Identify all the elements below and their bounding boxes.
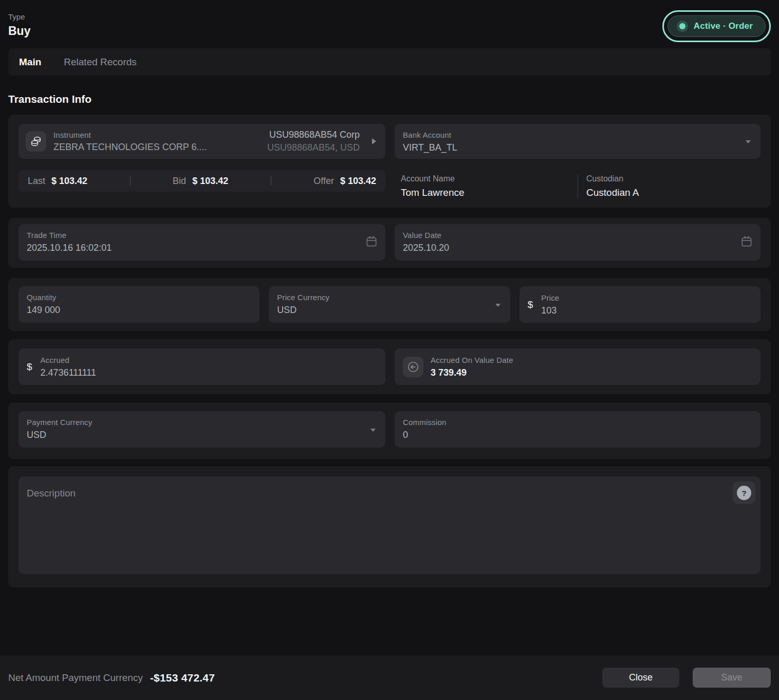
value-date-value: 2025.10.20 [403,243,752,253]
help-button[interactable]: ? [733,482,755,504]
value-date-label: Value Date [403,231,752,240]
footer-bar: Net Amount Payment Currency -$153 472.47… [0,655,779,700]
account-name-block: Account Name Tom Lawrence [395,174,578,198]
type-label: Type [8,12,30,21]
payment-panel: Payment Currency USD Commission 0 [8,402,771,459]
form-content: Instrument ZEBRA TECHNOLOGIES CORP 6....… [8,115,771,587]
status-dot-icon [679,23,685,29]
calendar-icon[interactable] [740,235,753,250]
trade-time-field[interactable]: Trade Time 2025.10.16 16:02:01 [18,224,385,261]
quantity-price-panel: Quantity 149 000 Price Currency USD $ Pr… [8,278,771,331]
calendar-icon[interactable] [365,235,378,250]
quantity-field[interactable]: Quantity 149 000 [18,286,259,323]
payment-currency-value: USD [27,430,377,440]
quote-offer-label: Offer [313,176,334,187]
dates-panel: Trade Time 2025.10.16 16:02:01 Value Dat… [8,218,771,268]
quote-divider [130,176,131,186]
tab-related-records[interactable]: Related Records [64,57,137,68]
caret-down-icon [495,300,501,309]
account-info-row: Account Name Tom Lawrence Custodian Cust… [395,174,761,198]
custodian-value: Custodian A [586,187,761,198]
quantity-label: Quantity [27,293,251,302]
price-field[interactable]: $ Price 103 [520,286,761,323]
bank-account-value: VIRT_BA_TL [403,142,752,153]
trade-time-value: 2025.10.16 16:02:01 [27,243,377,253]
price-currency-select[interactable]: Price Currency USD [269,286,510,323]
order-dialog: Type Buy Active · Order Main Related Rec… [0,0,779,700]
status-badge-pill: Active · Order [667,15,766,37]
net-amount-value: -$153 472.47 [150,672,215,684]
quote-bid-value: $ 103.42 [192,176,228,187]
quote-bid-label: Bid [173,176,186,187]
status-label: Active · Order [694,21,753,31]
price-text: Price 103 [541,293,559,316]
trade-time-label: Trade Time [27,231,377,240]
status-badge[interactable]: Active · Order [662,10,771,42]
accrued-value: 2.4736111111 [41,367,96,378]
account-name-label: Account Name [401,174,578,183]
quote-last-label: Last [28,176,45,187]
bank-account-select[interactable]: Bank Account VIRT_BA_TL [395,124,761,159]
price-label: Price [541,293,559,302]
instrument-code: USU98868AB54 Corp [267,130,360,140]
section-title: Transaction Info [8,93,771,105]
quote-offer-value: $ 103.42 [340,176,376,187]
accrued-label: Accrued [41,356,96,364]
footer-buttons: Close Save [602,668,771,688]
chevron-right-icon[interactable] [372,138,376,144]
save-button[interactable]: Save [693,668,771,688]
accrued-on-value-date-field: Accrued On Value Date 3 739.49 [395,348,761,385]
payment-currency-label: Payment Currency [27,418,377,427]
instrument-code-sub: USU98868AB54, USD [267,142,360,153]
instrument-column: Instrument ZEBRA TECHNOLOGIES CORP 6....… [18,124,385,198]
coins-icon [26,131,46,152]
instrument-panel: Instrument ZEBRA TECHNOLOGIES CORP 6....… [8,115,771,208]
accrued-text: Accrued 2.4736111111 [41,356,96,378]
instrument-text: Instrument ZEBRA TECHNOLOGIES CORP 6.... [53,131,207,153]
payment-currency-select[interactable]: Payment Currency USD [18,411,385,448]
account-name-value: Tom Lawrence [401,187,578,198]
quote-offer: Offer $ 103.42 [313,176,376,187]
quote-last-value: $ 103.42 [51,176,87,187]
accrued-on-value-date-text: Accrued On Value Date 3 739.49 [431,356,513,378]
quote-bid: Bid $ 103.42 [173,176,228,187]
header: Type Buy Active · Order [0,0,779,42]
commission-label: Commission [403,418,752,427]
question-icon: ? [737,486,751,500]
bank-account-label: Bank Account [403,131,752,139]
commission-value: 0 [403,430,752,440]
value-date-field[interactable]: Value Date 2025.10.20 [395,224,761,261]
quantity-value: 149 000 [27,305,251,316]
accrued-on-value-date-label: Accrued On Value Date [431,356,513,364]
instrument-name: ZEBRA TECHNOLOGIES CORP 6.... [53,142,207,153]
tab-bar: Main Related Records [8,48,771,76]
quote-divider [271,176,271,186]
custodian-block: Custodian Custodian A [578,174,761,198]
caret-down-icon [370,425,376,434]
tab-main[interactable]: Main [19,57,41,68]
price-currency-label: Price Currency [277,293,502,302]
accrued-on-value-date-value: 3 739.49 [431,367,513,378]
net-amount-label: Net Amount Payment Currency [8,672,143,684]
quotes-bar: Last $ 103.42 Bid $ 103.42 Offer $ 103.4… [18,170,385,192]
description-panel: Description ? [8,466,771,587]
dollar-icon: $ [528,299,533,310]
dollar-icon: $ [27,361,32,373]
type-block: Type Buy [8,12,30,38]
accrued-field[interactable]: $ Accrued 2.4736111111 [18,348,385,385]
instrument-label: Instrument [53,131,207,139]
close-button[interactable]: Close [602,668,679,688]
commission-field[interactable]: Commission 0 [395,411,761,448]
bank-column: Bank Account VIRT_BA_TL Account Name Tom… [395,124,761,198]
custodian-label: Custodian [586,174,761,183]
accrued-panel: $ Accrued 2.4736111111 Accrued On Value … [8,339,771,394]
caret-down-icon [745,137,751,146]
quote-last: Last $ 103.42 [28,176,87,187]
description-textarea[interactable]: Description ? [18,476,761,574]
description-placeholder: Description [27,488,76,499]
price-value: 103 [541,305,559,316]
instrument-field[interactable]: Instrument ZEBRA TECHNOLOGIES CORP 6....… [18,124,385,159]
apply-accrued-button[interactable] [403,357,423,377]
type-value: Buy [8,24,30,38]
instrument-identifier: USU98868AB54 Corp USU98868AB54, USD [267,130,360,153]
